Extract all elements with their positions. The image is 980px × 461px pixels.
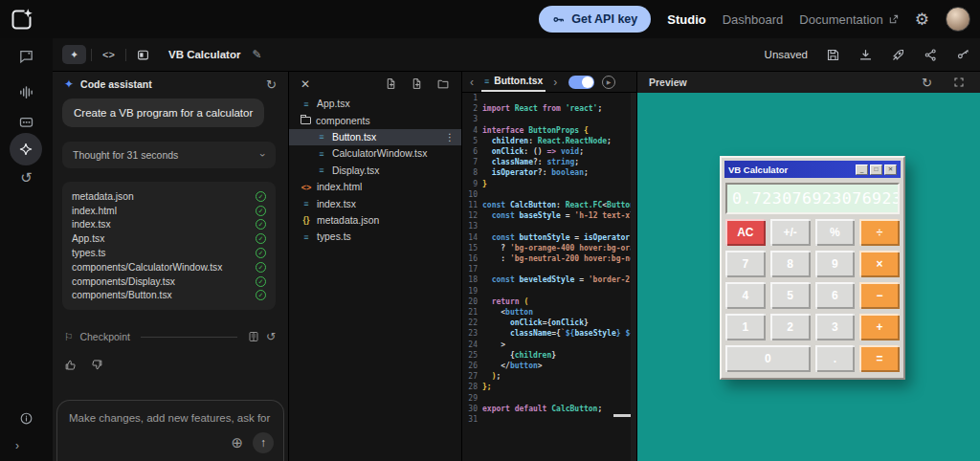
calc-key-.[interactable]: . — [815, 345, 856, 372]
share-icon[interactable] — [924, 48, 938, 62]
save-icon[interactable] — [826, 48, 840, 62]
restore-history-icon[interactable]: ↺ — [266, 330, 276, 343]
code-text: } — [482, 179, 487, 189]
preview-refresh-icon[interactable]: ↻ — [922, 76, 932, 90]
calc-key-4[interactable]: 4 — [725, 282, 766, 309]
generated-file-item[interactable]: App.tsx✓ — [72, 231, 266, 246]
deploy-rocket-icon[interactable] — [891, 48, 905, 62]
tree-item-components[interactable]: components — [289, 112, 461, 128]
file-name: metadata.json — [72, 191, 134, 202]
code-content[interactable]: 12import React from 'react';34interface … — [462, 93, 631, 461]
calc-key-7[interactable]: 7 — [725, 251, 766, 277]
user-avatar[interactable] — [946, 7, 970, 32]
calc-key-×[interactable]: × — [859, 251, 900, 277]
get-api-key-button[interactable]: Get API key — [539, 6, 651, 33]
calc-key-=[interactable]: = — [859, 345, 900, 372]
editor-scrollbar[interactable] — [631, 93, 636, 461]
chat-dots-icon[interactable] — [0, 115, 53, 131]
calc-key-8[interactable]: 8 — [770, 251, 811, 277]
calc-key-5[interactable]: 5 — [770, 282, 811, 309]
history-icon[interactable]: ↺ — [0, 170, 53, 185]
mode-code-button[interactable]: <> — [97, 45, 121, 64]
auto-run-toggle[interactable] — [568, 76, 594, 89]
calc-key-÷[interactable]: ÷ — [859, 219, 900, 246]
settings-gear-icon[interactable]: ⚙ — [915, 10, 929, 30]
generated-file-item[interactable]: index.tsx✓ — [72, 218, 266, 232]
calc-key-0[interactable]: 0 — [725, 345, 811, 372]
toolbar-actions: Unsaved — [765, 48, 970, 62]
mode-preview-button[interactable] — [131, 45, 155, 64]
thumbs-down-icon[interactable] — [91, 359, 103, 371]
generated-file-item[interactable]: types.ts✓ — [72, 246, 266, 260]
attach-plus-icon[interactable]: ⊕ — [231, 434, 243, 451]
tab-back-icon[interactable]: ‹ — [470, 76, 474, 89]
tree-item-types-ts[interactable]: ≡types.ts — [289, 229, 461, 245]
calc-key-+/-[interactable]: +/- — [770, 219, 811, 246]
rename-pencil-icon[interactable]: ✎ — [252, 48, 261, 61]
tree-actions — [385, 77, 450, 90]
tree-item-calculatorwindow-tsx[interactable]: ≡CalculatorWindow.tsx — [289, 145, 461, 162]
api-key-icon[interactable] — [956, 48, 970, 62]
calc-key-9[interactable]: 9 — [815, 251, 856, 277]
download-icon[interactable] — [858, 48, 873, 62]
code-line: 12 const baseStyle = 'h-12 text-xl f — [462, 210, 631, 221]
kebab-menu-icon[interactable]: ⋮ — [445, 132, 455, 143]
view-diff-icon[interactable] — [248, 331, 259, 342]
thought-summary-toggle[interactable]: Thought for 31 seconds › — [62, 142, 276, 168]
calc-key-2[interactable]: 2 — [770, 314, 811, 340]
calc-key-1[interactable]: 1 — [725, 314, 766, 340]
tree-item-label: index.html — [317, 182, 362, 192]
fullscreen-icon[interactable] — [953, 77, 965, 88]
calc-key-AC[interactable]: AC — [725, 219, 766, 246]
app-logo-icon[interactable] — [9, 7, 34, 33]
input-actions: ⊕ ↑ — [231, 432, 274, 453]
new-file-icon[interactable] — [385, 77, 397, 90]
run-play-icon[interactable]: ▶ — [602, 76, 615, 89]
file-name: types.ts — [72, 248, 105, 258]
minimize-button[interactable]: _ — [856, 165, 868, 175]
assistant-refresh-icon[interactable]: ↻ — [266, 77, 277, 92]
close-icon[interactable]: ✕ — [301, 77, 310, 91]
horizontal-scroll-thumb[interactable] — [613, 414, 631, 417]
calc-key-%[interactable]: % — [815, 219, 856, 246]
send-button[interactable]: ↑ — [253, 432, 274, 453]
user-prompt-bubble: Create a VB program for a calculator — [62, 99, 264, 127]
upload-file-icon[interactable] — [411, 77, 423, 90]
tree-item-button-tsx[interactable]: ≡Button.tsx⋮ — [289, 129, 461, 145]
close-window-button[interactable]: ✕ — [884, 165, 897, 175]
calc-key-−[interactable]: − — [859, 282, 900, 309]
mode-assistant-button[interactable]: ✦ — [62, 45, 86, 64]
calc-key-6[interactable]: 6 — [815, 282, 856, 309]
calc-key-3[interactable]: 3 — [815, 314, 856, 340]
tree-item-index-tsx[interactable]: ≡index.tsx — [289, 195, 461, 211]
tab-button-tsx[interactable]: ≡ Button.tsx — [481, 72, 546, 92]
calc-key-+[interactable]: + — [859, 314, 900, 340]
tree-item-metadata-json[interactable]: {}metadata.json — [289, 212, 461, 229]
preview-panel: Preview ↻ VB Calculator — [637, 72, 980, 461]
code-line: 15 ? 'bg-orange-400 hover:bg-orang — [462, 243, 631, 253]
audio-waveform-icon[interactable] — [0, 84, 53, 100]
code-text: }; — [482, 382, 492, 392]
tree-item-index-html[interactable]: <>index.html — [289, 179, 461, 195]
build-spark-icon[interactable] — [10, 133, 42, 165]
collapse-chevron-icon[interactable]: › — [15, 440, 19, 451]
code-text: const baseStyle = 'h-12 text-xl f — [482, 210, 631, 221]
info-icon[interactable] — [0, 411, 53, 426]
maximize-button[interactable]: □ — [870, 165, 882, 175]
chat-bubble-icon[interactable] — [0, 48, 53, 64]
chevron-down-icon: › — [257, 153, 269, 157]
nav-dashboard[interactable]: Dashboard — [723, 12, 784, 27]
new-folder-icon[interactable] — [436, 77, 450, 90]
calculator-titlebar[interactable]: VB Calculator _ □ ✕ — [724, 161, 901, 178]
nav-studio[interactable]: Studio — [667, 12, 705, 27]
tree-item-app-tsx[interactable]: ≡App.tsx — [289, 96, 461, 112]
generated-file-item[interactable]: metadata.json✓ — [72, 189, 266, 204]
thumbs-up-icon[interactable] — [64, 359, 77, 371]
generated-file-item[interactable]: components/CalculatorWindow.tsx✓ — [72, 260, 266, 274]
nav-documentation[interactable]: Documentation — [799, 12, 898, 27]
tree-item-display-tsx[interactable]: ≡Display.tsx — [289, 163, 461, 179]
tab-forward-icon[interactable]: › — [553, 76, 557, 89]
generated-file-item[interactable]: components/Button.tsx✓ — [72, 289, 266, 303]
generated-file-item[interactable]: index.html✓ — [72, 204, 266, 218]
generated-file-item[interactable]: components/Display.tsx✓ — [72, 274, 266, 289]
